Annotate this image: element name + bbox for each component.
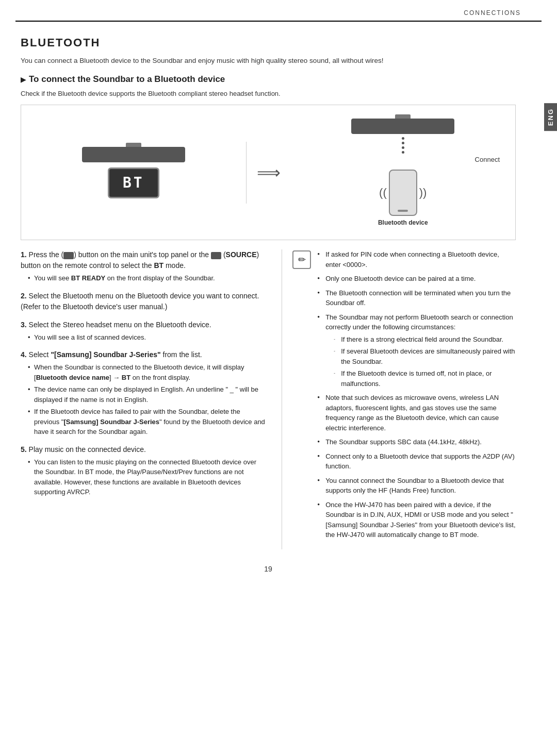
section-title: BLUETOOTH — [21, 36, 516, 49]
diagram-right: Connect (( )) Bluetooth device — [291, 113, 516, 231]
section-intro: You can connect a Bluetooth device to th… — [21, 56, 516, 66]
notes-column: ✏ If asked for PIN code when connecting … — [282, 249, 516, 549]
step-4-subbullets: When the Soundbar is connected to the Bl… — [21, 362, 266, 437]
arrow-icon: ⟹ — [247, 163, 291, 182]
eng-language-tab: ENG — [544, 103, 557, 131]
connect-label: Connect — [475, 156, 500, 163]
step-4-sub-1: When the Soundbar is connected to the Bl… — [28, 362, 266, 382]
step-4: 4. Select "[Samsung] Soundbar J-Series" … — [21, 349, 266, 437]
note-5: Note that such devices as microwave oven… — [317, 393, 516, 433]
step-5-number: 5. — [21, 445, 27, 453]
phone-wrap: (( )) — [379, 170, 427, 216]
step-3-number: 3. — [21, 321, 27, 329]
two-col-content: 1. Press the () button on the main unit'… — [21, 249, 516, 549]
diagram-left: BT — [21, 142, 247, 204]
bt-display: BT — [108, 167, 159, 198]
note-6: The Soundbar supports SBC data (44.1kHz,… — [317, 437, 516, 447]
connect-dots — [402, 137, 404, 154]
step-3: 3. Select the Stereo headset menu on the… — [21, 320, 266, 343]
source-icon-1 — [63, 252, 74, 259]
steps-column: 1. Press the () button on the main unit'… — [21, 249, 266, 549]
soundbar-device-left — [82, 147, 185, 162]
step-5-sub-1: You can listen to the music playing on t… — [28, 457, 266, 497]
page-number: 19 — [21, 565, 516, 573]
step-1: 1. Press the () button on the main unit'… — [21, 249, 266, 283]
step-4-sub-3: If the Bluetooth device has failed to pa… — [28, 407, 266, 437]
step-1-subbullets: You will see BT READY on the front displ… — [21, 273, 266, 283]
circumstances-list: If there is a strong electrical field ar… — [325, 334, 516, 389]
step-5-subbullets: You can listen to the music playing on t… — [21, 457, 266, 497]
circumstance-2: If several Bluetooth devices are simulta… — [334, 346, 516, 366]
note-7: Connect only to a Bluetooth device that … — [317, 451, 516, 472]
step-2-number: 2. — [21, 292, 27, 300]
step-4-number: 4. — [21, 350, 27, 359]
note-4: The Soundbar may not perform Bluetooth s… — [317, 312, 516, 389]
step-3-subbullets: You will see a list of scanned devices. — [21, 332, 266, 343]
note-9: Once the HW-J470 has been paired with a … — [317, 500, 516, 540]
connections-label: CONNECTIONS — [15, 0, 542, 22]
soundbar-device-right — [351, 119, 454, 134]
steps-list: 1. Press the () button on the main unit'… — [21, 249, 266, 497]
connection-diagram: BT ⟹ Connect (( )) Bluetooth device — [21, 105, 516, 240]
step-5: 5. Play music on the connected device. Y… — [21, 444, 266, 497]
wave-left-icon: (( — [379, 186, 387, 199]
notes-list: If asked for PIN code when connecting a … — [317, 249, 516, 544]
pencil-icon: ✏ — [292, 250, 311, 269]
subsection-title: To connect the Soundbar to a Bluetooth d… — [21, 74, 516, 85]
step-2: 2. Select the Bluetooth menu on the Blue… — [21, 291, 266, 312]
check-text: Check if the Bluetooth device supports t… — [21, 90, 516, 97]
note-1: If asked for PIN code when connecting a … — [317, 249, 516, 270]
note-8: You cannot connect the Soundbar to a Blu… — [317, 476, 516, 496]
step-3-sub-1: You will see a list of scanned devices. — [28, 332, 266, 343]
step-1-number: 1. — [21, 250, 27, 259]
step-1-sub-1: You will see BT READY on the front displ… — [28, 273, 266, 283]
source-icon-2 — [211, 252, 221, 259]
phone-device — [389, 170, 417, 216]
step-4-sub-2: The device name can only be displayed in… — [28, 384, 266, 405]
note-3: The Bluetooth connection will be termina… — [317, 288, 516, 308]
circumstance-1: If there is a strong electrical field ar… — [334, 334, 516, 345]
wave-right-icon: )) — [419, 186, 427, 199]
circumstance-3: If the Bluetooth device is turned off, n… — [334, 368, 516, 389]
note-2: Only one Bluetooth device can be paired … — [317, 274, 516, 284]
bt-device-label: Bluetooth device — [378, 219, 428, 226]
notes-icon-row: ✏ If asked for PIN code when connecting … — [292, 249, 516, 544]
